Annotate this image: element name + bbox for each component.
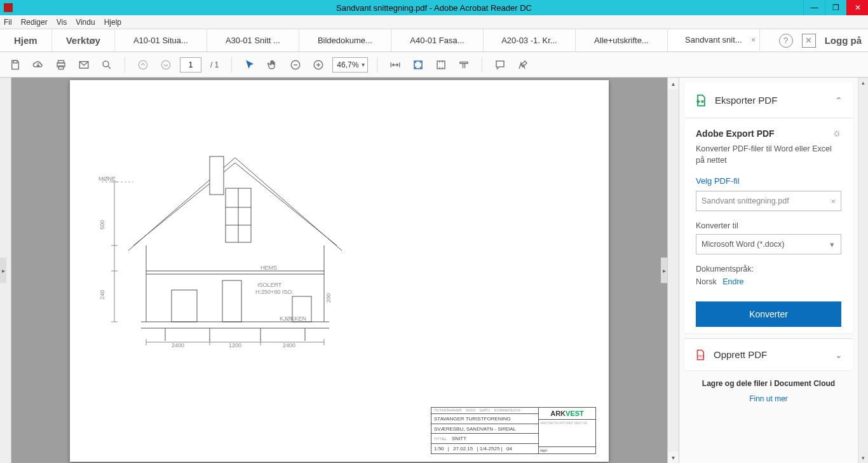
convert-format-select[interactable]: Microsoft Word (*.docx) — [696, 234, 841, 254]
zoom-select[interactable]: 46,7% — [332, 57, 368, 73]
minimize-button[interactable]: — — [803, 0, 825, 15]
search-icon[interactable] — [98, 56, 116, 74]
svg-text:HEMS: HEMS — [261, 265, 277, 271]
scroll-up-icon[interactable]: ▴ — [668, 78, 679, 89]
convert-to-label: Konverter til — [696, 221, 841, 230]
svg-text:2400: 2400 — [283, 342, 295, 347]
svg-text:200: 200 — [325, 293, 332, 303]
doc-language-label: Dokumentspråk: — [696, 265, 841, 273]
svg-text:MØNE: MØNE — [98, 176, 116, 182]
maximize-button[interactable]: ❐ — [825, 0, 846, 15]
pointer-icon[interactable] — [241, 56, 259, 74]
page-up-icon[interactable] — [134, 56, 152, 74]
page-down-icon[interactable] — [157, 56, 175, 74]
hand-icon[interactable] — [264, 56, 281, 74]
read-mode-icon[interactable] — [455, 56, 473, 74]
svg-rect-16 — [222, 280, 241, 322]
selected-file-box[interactable]: Sandvant snittegning.pdf × — [696, 191, 841, 211]
page-canvas-wrap[interactable]: MØNE 500 240 HEMS ISOLERT H:250+80 ISO. … — [11, 78, 667, 463]
scroll-down-icon[interactable]: ▾ — [668, 452, 679, 463]
tab-label: Bildedokume... — [318, 36, 372, 45]
clear-file-icon[interactable]: × — [831, 197, 836, 206]
svg-rect-13 — [210, 156, 224, 195]
nav-home[interactable]: Hjem — [0, 29, 52, 52]
main-tabs-row: Hjem Verktøy A10-01 Situa... A30-01 Snit… — [0, 29, 868, 52]
print-icon[interactable] — [52, 56, 70, 74]
chevron-up-icon: ⌃ — [835, 95, 843, 106]
window-controls: — ❐ ✕ — [803, 0, 868, 15]
menu-file[interactable]: Fil — [4, 18, 12, 27]
tab-alle[interactable]: Alle+utskrifte... — [576, 29, 668, 52]
save-icon[interactable] — [6, 56, 24, 74]
zoom-value: 46,7% — [337, 60, 358, 69]
expand-left-panel-icon[interactable]: ▸ — [0, 258, 6, 283]
create-pdf-header[interactable]: PDF Opprett PDF ⌄ — [684, 338, 853, 370]
export-pdf-label: Eksporter PDF — [715, 95, 827, 106]
menubar: Fil Rediger Vis Vindu Hjelp — [0, 15, 868, 29]
tab-a30[interactable]: A30-01 Snitt ... — [207, 29, 299, 52]
help-icon[interactable]: ? — [779, 34, 793, 48]
tab-a40[interactable]: A40-01 Fasa... — [391, 29, 484, 52]
comment-icon[interactable] — [491, 56, 509, 74]
page-total-label: / 1 — [210, 60, 219, 69]
svg-rect-15 — [172, 290, 197, 322]
svg-text:1200: 1200 — [229, 342, 241, 347]
document-scrollbar[interactable]: ▴ ▾ — [667, 78, 679, 463]
export-pdf-header[interactable]: Eksporter PDF ⌃ — [684, 83, 853, 118]
tab-a10[interactable]: A10-01 Situa... — [115, 29, 207, 52]
menu-view[interactable]: Vis — [57, 18, 67, 27]
settings-gear-icon[interactable]: ⛭ — [832, 128, 841, 139]
fit-page-icon[interactable] — [409, 56, 427, 74]
toolbar-separator — [377, 57, 377, 73]
select-pdf-file-link[interactable]: Velg PDF-fil — [696, 176, 841, 186]
svg-point-7 — [161, 60, 170, 69]
sign-icon[interactable] — [514, 56, 532, 74]
mail-icon[interactable] — [75, 56, 93, 74]
collapse-right-panel-icon[interactable]: ▸ — [661, 258, 667, 283]
notify-icon[interactable]: ✕ — [802, 34, 816, 48]
fit-width-icon[interactable] — [386, 56, 404, 74]
tab-a20[interactable]: A20-03 -1. Kr... — [484, 29, 576, 52]
tab-label: A30-01 Snitt ... — [226, 36, 280, 45]
scroll-down-icon[interactable]: ▾ — [858, 453, 868, 463]
menu-help[interactable]: Hjelp — [104, 18, 121, 27]
tab-label: A10-01 Situa... — [133, 36, 188, 45]
cloud-icon[interactable] — [29, 56, 47, 74]
panel-scrollbar[interactable]: ▴ ▾ — [858, 78, 868, 463]
document-tabs: A10-01 Situa... A30-01 Snitt ... Bildedo… — [115, 29, 773, 52]
fullscreen-icon[interactable] — [432, 56, 450, 74]
convert-button[interactable]: Konverter — [696, 301, 841, 327]
scroll-up-icon[interactable]: ▴ — [858, 78, 868, 88]
menu-window[interactable]: Vindu — [76, 18, 95, 27]
export-description: Konverter PDF-filer til Word eller Excel… — [696, 144, 841, 166]
close-button[interactable]: ✕ — [846, 0, 868, 15]
content-area: ▸ — [0, 78, 868, 463]
export-pdf-icon — [695, 93, 707, 107]
window-titlebar: Sandvant snittegning.pdf - Adobe Acrobat… — [0, 0, 868, 15]
change-language-link[interactable]: Endre — [722, 277, 743, 286]
nav-right: ? ✕ Logg på — [773, 29, 868, 52]
app-icon — [4, 3, 13, 12]
login-button[interactable]: Logg på — [825, 35, 862, 46]
legend-scale: 1:50 — [434, 446, 444, 452]
doc-language-value: Norsk — [696, 277, 717, 286]
tab-sandvant[interactable]: Sandvant snit...× — [668, 29, 760, 52]
svg-rect-12 — [460, 62, 468, 63]
legend-logo: ARKVEST — [539, 408, 595, 420]
zoom-in-icon[interactable] — [309, 56, 327, 74]
menu-edit[interactable]: Rediger — [21, 18, 48, 27]
export-pdf-panel: Adobe Export PDF ⛭ Konverter PDF-filer t… — [684, 118, 853, 333]
learn-more-link[interactable]: Finn ut mer — [749, 394, 788, 403]
tab-bilde[interactable]: Bildedokume... — [299, 29, 391, 52]
tab-label: Sandvant snit... — [685, 35, 742, 45]
toolbar-separator — [125, 57, 125, 73]
svg-point-5 — [103, 61, 109, 67]
page-number-input[interactable] — [180, 57, 201, 73]
tab-close-icon[interactable]: × — [751, 36, 756, 45]
nav-tools[interactable]: Verktøy — [52, 29, 115, 52]
legend-date: 27.02.15 — [453, 446, 473, 452]
create-pdf-icon: PDF — [695, 349, 706, 361]
zoom-out-icon[interactable] — [287, 56, 304, 74]
document-viewport: ▸ — [0, 78, 679, 463]
doc-language-row: Norsk Endre — [696, 277, 841, 286]
